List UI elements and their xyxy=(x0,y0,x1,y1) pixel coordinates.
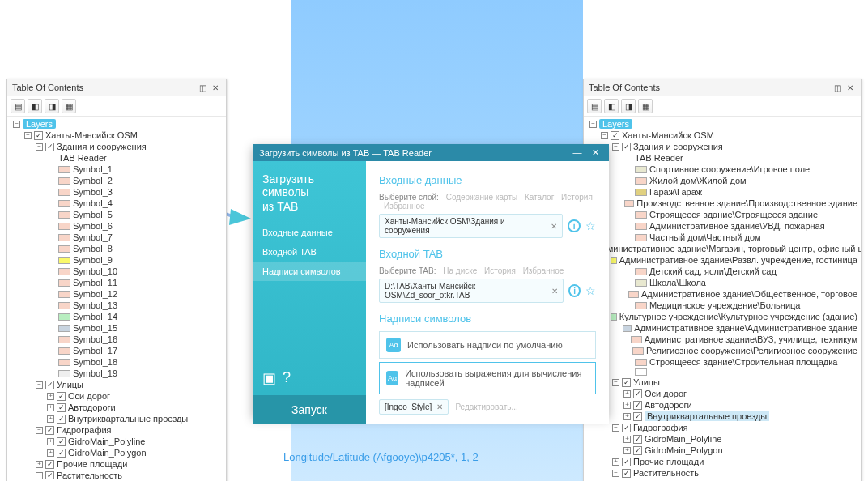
tree-checkbox[interactable]: ✓ xyxy=(633,435,642,444)
tree-row[interactable]: Производственное здание\Производственное… xyxy=(587,198,857,209)
close-icon[interactable]: ✕ xyxy=(210,82,221,93)
tree-row[interactable]: Административное здание\УВД, пожарная xyxy=(587,220,857,232)
tree-row[interactable]: +✓Оси дорог xyxy=(587,388,857,399)
tree-row[interactable]: Symbol_7 xyxy=(11,232,223,243)
close-icon[interactable]: ✕ xyxy=(588,147,602,158)
tree-row[interactable]: Жилой дом\Жилой дом xyxy=(587,175,857,186)
tree-row[interactable]: TAB Reader xyxy=(587,152,857,164)
tree-row[interactable]: Административное здание\Развл. учреждени… xyxy=(587,254,857,266)
info-icon[interactable]: i xyxy=(568,219,581,232)
tree-twist-icon[interactable]: + xyxy=(623,390,631,398)
tree-row[interactable]: Культурное учреждение\Культурное учрежде… xyxy=(587,311,857,322)
info-icon[interactable]: ▣ xyxy=(262,369,276,387)
tree-checkbox[interactable]: ✓ xyxy=(633,446,642,455)
tree-row[interactable]: Symbol_5 xyxy=(11,209,223,220)
tree-row[interactable]: Частный дом\Частный дом xyxy=(587,232,857,243)
tree-row[interactable]: Религиозное сооружение\Религиозное соору… xyxy=(587,345,857,356)
tree-row[interactable]: −✓Ханты-Мансийск OSM xyxy=(587,130,857,141)
tree-checkbox[interactable]: ✓ xyxy=(622,143,631,151)
tree-row[interactable]: Спортивное сооружение\Игровое поле xyxy=(587,164,857,175)
tree-row[interactable]: −✓Здания и сооружения xyxy=(11,141,223,152)
tree-row[interactable]: Symbol_10 xyxy=(11,266,223,277)
tree-row[interactable]: Symbol_11 xyxy=(11,277,223,288)
tree-checkbox[interactable]: ✓ xyxy=(34,131,43,140)
pin-icon[interactable]: ◫ xyxy=(832,82,843,93)
help-icon[interactable]: ? xyxy=(283,369,291,387)
tab-favorites[interactable]: Избранное xyxy=(523,266,564,275)
nav-item-input-tab[interactable]: Входной TAB xyxy=(253,242,366,262)
tree-row[interactable]: Symbol_3 xyxy=(11,186,223,198)
tree-row[interactable]: Symbol_19 xyxy=(11,368,223,379)
tree-checkbox[interactable]: ✓ xyxy=(622,458,631,466)
tree-row[interactable]: Symbol_15 xyxy=(11,322,223,334)
tree-checkbox[interactable]: ✓ xyxy=(622,424,631,432)
tree-row[interactable]: +✓GidroMain_Polyline xyxy=(11,436,223,447)
tree-row[interactable]: −✓Гидрография xyxy=(11,424,223,436)
tree-row[interactable]: +✓Оси дорог xyxy=(11,390,223,402)
tree-row[interactable]: Детский сад, ясли\Детский сад xyxy=(587,266,857,277)
tree-row[interactable]: +✓Внутриквартальные проезды xyxy=(587,411,857,422)
pin-icon[interactable]: ◫ xyxy=(197,82,208,93)
tree-checkbox[interactable]: ✓ xyxy=(633,401,642,410)
chip-remove-icon[interactable]: ✕ xyxy=(436,402,443,411)
tree-twist-icon[interactable]: − xyxy=(36,143,43,151)
tab-content[interactable]: Содержание карты xyxy=(446,193,518,202)
tree-twist-icon[interactable]: − xyxy=(612,470,619,477)
tree-row[interactable]: −✓Растительность xyxy=(11,470,223,479)
tree-checkbox[interactable]: ✓ xyxy=(45,381,54,389)
tree-row[interactable]: −Layers xyxy=(11,118,223,130)
tab-favorites[interactable]: Избранное xyxy=(384,202,425,211)
nav-item-symbol-labels[interactable]: Надписи символов xyxy=(253,262,366,281)
tab-catalog[interactable]: Каталог xyxy=(525,193,554,202)
tree-row[interactable]: Symbol_12 xyxy=(11,288,223,300)
tree-checkbox[interactable]: ✓ xyxy=(45,143,54,151)
tree-checkbox[interactable]: ✓ xyxy=(611,131,619,140)
tree-row[interactable]: +✓Внутриквартальные проезды xyxy=(11,413,223,424)
chip-remove-icon[interactable]: ✕ xyxy=(551,287,558,296)
tree-twist-icon[interactable]: − xyxy=(589,121,597,128)
list-view-icon[interactable]: ▤ xyxy=(587,99,602,113)
tree-checkbox[interactable]: ✓ xyxy=(622,469,631,478)
tree-row[interactable]: Административное здание\Магазин, торговы… xyxy=(587,243,857,254)
favorite-icon[interactable]: ☆ xyxy=(585,284,596,297)
tree-twist-icon[interactable]: + xyxy=(623,413,631,420)
tab-file-chip[interactable]: D:\TAB\Ханты-Мансийск OSM\Zd_soor_otkr.T… xyxy=(379,279,564,303)
tree-row[interactable] xyxy=(587,368,857,377)
tree-row[interactable]: Symbol_17 xyxy=(11,345,223,356)
tree-row[interactable]: Symbol_9 xyxy=(11,254,223,266)
nav-item-input-data[interactable]: Входные данные xyxy=(253,223,366,242)
tree-checkbox[interactable]: ✓ xyxy=(57,403,66,412)
source-view-icon[interactable]: ◧ xyxy=(28,99,42,113)
tree-twist-icon[interactable]: + xyxy=(623,436,631,443)
tree-row[interactable]: Symbol_4 xyxy=(11,198,223,209)
radio-default-labels[interactable]: Aα Использовать надписи по умолчанию xyxy=(379,331,596,359)
tree-row[interactable]: −Layers xyxy=(587,118,857,130)
tree-twist-icon[interactable]: − xyxy=(13,121,20,128)
radio-expression-labels[interactable]: Aα Использовать выражения для вычисления… xyxy=(379,362,596,394)
tree-twist-icon[interactable]: − xyxy=(24,132,32,139)
tree-row[interactable]: Symbol_18 xyxy=(11,356,223,368)
tree-row[interactable]: Административное здание\Общественное, то… xyxy=(587,288,857,300)
tree-row[interactable]: Гараж\Гараж xyxy=(587,186,857,198)
layer-tree[interactable]: −Layers−✓Ханты-Мансийск OSM−✓Здания и со… xyxy=(584,117,861,479)
tree-row[interactable]: Строящееся здание\Строящееся здание xyxy=(587,209,857,220)
options-icon[interactable]: ▦ xyxy=(638,99,653,113)
tree-twist-icon[interactable]: − xyxy=(36,427,43,434)
tree-twist-icon[interactable]: + xyxy=(623,402,631,409)
tree-checkbox[interactable]: ✓ xyxy=(633,389,642,398)
tree-checkbox[interactable]: ✓ xyxy=(633,412,642,421)
tree-row[interactable]: −✓Здания и сооружения xyxy=(587,141,857,152)
tree-row[interactable]: TAB Reader xyxy=(11,152,223,164)
tree-row[interactable]: +✓GidroMain_Polygon xyxy=(587,445,857,456)
selection-view-icon[interactable]: ◨ xyxy=(45,99,59,113)
tree-twist-icon[interactable]: + xyxy=(623,447,631,454)
tree-twist-icon[interactable]: − xyxy=(612,424,619,432)
tree-twist-icon[interactable]: − xyxy=(601,132,608,139)
layer-tree[interactable]: −Layers−✓Ханты-Мансийск OSM−✓Здания и со… xyxy=(7,117,226,479)
close-icon[interactable]: ✕ xyxy=(845,82,856,93)
tree-row[interactable]: Symbol_6 xyxy=(11,220,223,232)
layer-chip[interactable]: Ханты-Мансийск OSM\Здания и сооружения✕ xyxy=(379,214,563,238)
tree-row[interactable]: +✓Автодороги xyxy=(11,402,223,413)
tree-checkbox[interactable]: ✓ xyxy=(57,392,66,401)
tree-row[interactable]: +✓Прочие площади xyxy=(587,456,857,467)
